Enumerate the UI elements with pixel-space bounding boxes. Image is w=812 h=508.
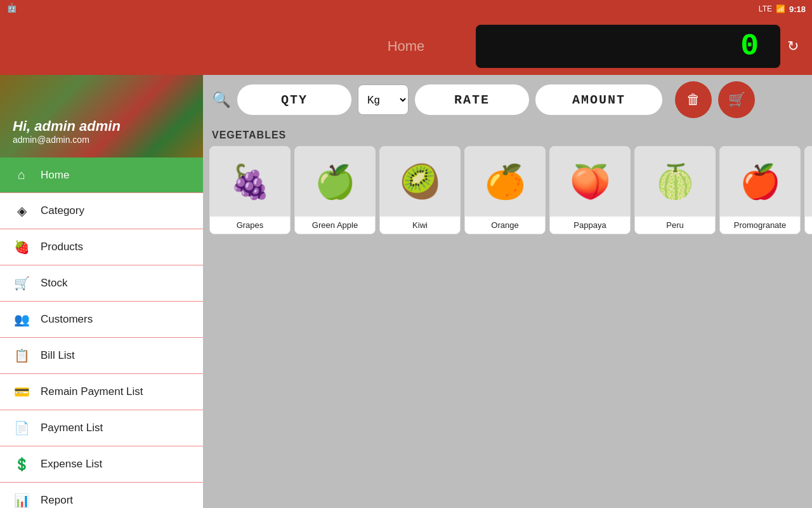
- refresh-button[interactable]: ↻: [782, 35, 804, 58]
- product-img-pappaya: 🍑: [549, 147, 631, 217]
- sidebar-label-bill-list: Bill List: [41, 349, 75, 362]
- customers-icon: 👥: [13, 312, 30, 327]
- sidebar-item-payment-list[interactable]: 📄 Payment List: [0, 410, 203, 446]
- sidebar-label-home: Home: [41, 169, 69, 182]
- product-img-kiwi: 🥝: [379, 147, 461, 217]
- product-name-grapes: Grapes: [210, 217, 290, 234]
- stock-icon: 🛒: [13, 276, 30, 291]
- status-bar: 🤖 LTE 📶 9:18: [0, 0, 812, 18]
- sidebar-email: admin@admin.com: [13, 135, 121, 145]
- sidebar-item-stock[interactable]: 🛒 Stock: [0, 265, 203, 302]
- bill-list-icon: 📋: [13, 348, 30, 363]
- cart-button[interactable]: 🛒: [718, 81, 755, 118]
- report-icon: 📊: [13, 493, 30, 508]
- sidebar-item-report[interactable]: 📊 Report: [0, 483, 203, 508]
- payment-list-icon: 📄: [13, 420, 30, 436]
- product-card-orange[interactable]: 🍊 Orange: [464, 146, 546, 234]
- controls-bar: 🔍 QTY Kg g lb pcs RATE AMOUNT 🗑 🛒: [203, 75, 812, 124]
- product-name-peru: Peru: [635, 217, 715, 234]
- android-icon: 🤖: [6, 3, 17, 13]
- main-area: 🔍 QTY Kg g lb pcs RATE AMOUNT 🗑 🛒 VEGETA…: [203, 75, 812, 508]
- amount-field[interactable]: AMOUNT: [535, 84, 662, 115]
- sidebar-header: Hi, admin admin admin@admin.com: [0, 75, 203, 157]
- sidebar-label-customers: Customers: [41, 313, 93, 326]
- category-icon: ◈: [13, 203, 30, 218]
- scale-value: 0: [740, 29, 761, 64]
- products-area: VEGETABLES 🍇 Grapes 🍏 Green Apple 🥝 Kiwi…: [203, 124, 812, 508]
- product-name-promogranate: Promogranate: [720, 217, 800, 234]
- delete-button[interactable]: 🗑: [675, 81, 712, 118]
- sidebar-item-expense-list[interactable]: 💲 Expense List: [0, 446, 203, 483]
- sidebar-greeting: Hi, admin admin: [13, 118, 121, 135]
- product-name-green-apple: Green Apple: [295, 217, 375, 234]
- product-img-green-apple: 🍏: [294, 147, 376, 217]
- page-title: Home: [388, 38, 425, 55]
- product-img-grapes: 🍇: [209, 147, 291, 217]
- product-card-pappaya[interactable]: 🍑 Pappaya: [549, 146, 631, 234]
- sidebar-label-remain-payment: Remain Payment List: [41, 385, 143, 398]
- lte-icon: LTE: [759, 4, 772, 13]
- signal-icon: 📶: [776, 4, 785, 13]
- sidebar: Hi, admin admin admin@admin.com ⌂ Home ◈…: [0, 75, 203, 508]
- sidebar-item-category[interactable]: ◈ Category: [0, 193, 203, 229]
- sidebar-item-bill-list[interactable]: 📋 Bill List: [0, 338, 203, 374]
- expense-list-icon: 💲: [13, 457, 30, 472]
- product-name-orange: Orange: [465, 217, 545, 234]
- sidebar-item-customers[interactable]: 👥 Customers: [0, 302, 203, 338]
- sidebar-item-remain-payment[interactable]: 💳 Remain Payment List: [0, 374, 203, 410]
- scale-display: 0: [476, 25, 780, 68]
- product-card-strawberries[interactable]: 🍓 Strawberries: [804, 146, 812, 234]
- rate-field[interactable]: RATE: [415, 84, 529, 115]
- product-img-promogranate: 🍎: [719, 147, 801, 217]
- product-name-pappaya: Pappaya: [550, 217, 630, 234]
- sidebar-label-payment-list: Payment List: [41, 422, 103, 434]
- home-icon: ⌂: [13, 168, 30, 182]
- qty-field[interactable]: QTY: [237, 84, 351, 115]
- products-grid: 🍇 Grapes 🍏 Green Apple 🥝 Kiwi 🍊 Orange �: [209, 146, 812, 234]
- sidebar-label-report: Report: [41, 494, 73, 507]
- product-card-promogranate[interactable]: 🍎 Promogranate: [719, 146, 801, 234]
- product-img-orange: 🍊: [464, 147, 546, 217]
- top-bar: Home 0 ↻: [0, 18, 812, 75]
- unit-select[interactable]: Kg g lb pcs: [358, 84, 409, 115]
- sidebar-label-category: Category: [41, 204, 84, 217]
- product-img-peru: 🍈: [634, 147, 716, 217]
- product-name-strawberries: Strawberries: [805, 217, 812, 234]
- search-button[interactable]: 🔍: [212, 91, 231, 109]
- product-card-grapes[interactable]: 🍇 Grapes: [209, 146, 291, 234]
- product-card-peru[interactable]: 🍈 Peru: [634, 146, 716, 234]
- product-card-kiwi[interactable]: 🥝 Kiwi: [379, 146, 461, 234]
- sidebar-label-products: Products: [41, 241, 83, 253]
- status-time: 9:18: [789, 4, 806, 14]
- product-card-green-apple[interactable]: 🍏 Green Apple: [294, 146, 376, 234]
- products-icon: 🍓: [13, 239, 30, 255]
- sidebar-label-expense-list: Expense List: [41, 458, 102, 471]
- sidebar-label-stock: Stock: [41, 277, 68, 290]
- section-label: VEGETABLES: [209, 124, 812, 146]
- remain-payment-icon: 💳: [13, 384, 30, 399]
- sidebar-item-products[interactable]: 🍓 Products: [0, 229, 203, 265]
- product-name-kiwi: Kiwi: [380, 217, 460, 234]
- content-area: Hi, admin admin admin@admin.com ⌂ Home ◈…: [0, 75, 812, 508]
- product-img-strawberries: 🍓: [804, 147, 812, 217]
- sidebar-item-home[interactable]: ⌂ Home: [0, 157, 203, 193]
